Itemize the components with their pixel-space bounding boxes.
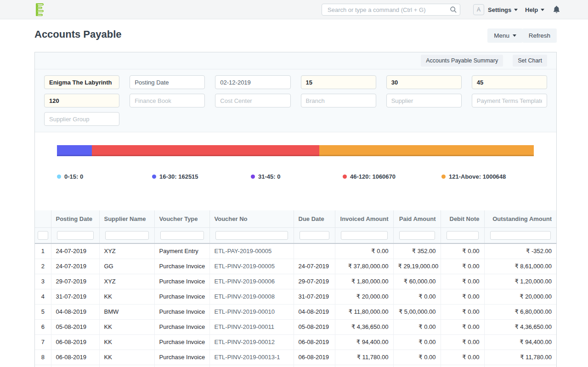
cell-supplier-name: BMW xyxy=(99,304,154,319)
cell-outstanding-amount: ₹ 11,780.00 xyxy=(484,350,556,365)
cell-debit-note: ₹ 0.00 xyxy=(441,289,484,304)
chevron-down-icon xyxy=(513,34,516,37)
ageing-range1-filter[interactable] xyxy=(301,75,376,89)
finance-book-filter[interactable] xyxy=(130,94,205,107)
user-avatar[interactable]: A xyxy=(473,4,484,15)
column-filter-input-paid-amount[interactable] xyxy=(399,231,435,240)
erpnext-logo-icon[interactable] xyxy=(36,3,48,16)
cell-voucher-type: Purchase Invoice xyxy=(154,304,209,319)
legend-label: 46-120: 1060670 xyxy=(350,173,396,180)
supplier-group-filter[interactable] xyxy=(44,112,119,126)
cell-supplier-name: GG xyxy=(99,259,154,274)
column-header-paid-amount[interactable]: Paid Amount xyxy=(393,210,441,227)
ageing-range4-filter[interactable] xyxy=(44,94,119,107)
cell-supplier-name: XYZ xyxy=(99,274,154,289)
company-filter[interactable] xyxy=(44,75,119,89)
notifications-bell-icon[interactable] xyxy=(553,6,560,15)
column-header-voucher-no[interactable]: Voucher No xyxy=(209,210,294,227)
cell-voucher-no[interactable]: ETL-PAY-2019-00005 xyxy=(209,243,294,259)
column-filter-input-debit-note[interactable] xyxy=(447,231,479,240)
column-header-due-date[interactable]: Due Date xyxy=(294,210,335,227)
settings-label: Settings xyxy=(488,6,511,13)
cell-posting-date: 04-08-2019 xyxy=(51,304,99,319)
column-header-posting-date[interactable]: Posting Date xyxy=(51,210,99,227)
cell-paid-amount: ₹ 0.00 xyxy=(393,319,441,334)
chart-segment-16-30 xyxy=(57,145,92,156)
cell-row-index: 7 xyxy=(35,334,51,350)
ageing-range3-filter[interactable] xyxy=(472,75,547,89)
cell-invoiced-amount: ₹ 11,80,000.00 xyxy=(335,304,393,319)
column-header-voucher-type[interactable]: Voucher Type xyxy=(154,210,209,227)
cell-voucher-no[interactable]: ETL-PINV-2019-00013-1 xyxy=(209,350,294,365)
column-filter-input-due-date[interactable] xyxy=(300,231,329,240)
accounts-payable-summary-button[interactable]: Accounts Payable Summary xyxy=(421,55,503,67)
refresh-button[interactable]: Refresh xyxy=(522,28,557,43)
column-filter-input-supplier-name[interactable] xyxy=(105,231,149,240)
column-header-debit-note[interactable]: Debit Note xyxy=(441,210,484,227)
cell-voucher-no[interactable]: ETL-PINV-2019-00010 xyxy=(209,304,294,319)
cell-outstanding-amount: ₹ 1,20,000.00 xyxy=(484,274,556,289)
report-actions-strip: Accounts Payable Summary Set Chart xyxy=(35,52,556,69)
branch-filter[interactable] xyxy=(301,94,376,107)
payment-terms-template-filter[interactable] xyxy=(472,94,547,107)
column-filter-input-row-index[interactable] xyxy=(38,231,48,240)
cell-outstanding-amount: ₹ 6,80,000.00 xyxy=(484,304,556,319)
cell-row-index: 3 xyxy=(35,274,51,289)
legend-dot-icon xyxy=(152,175,156,179)
search-icon[interactable] xyxy=(450,6,457,15)
column-header-row-index[interactable] xyxy=(35,210,51,227)
cell-voucher-type: Purchase Invoice xyxy=(154,274,209,289)
cell-due-date: 04-08-2019 xyxy=(294,304,335,319)
column-header-outstanding-amount[interactable]: Outstanding Amount xyxy=(484,210,556,227)
cell-invoiced-amount: ₹ 0.00 xyxy=(335,243,393,259)
cell-posting-date: 06-08-2019 xyxy=(51,350,99,365)
column-filter-input-outstanding-amount[interactable] xyxy=(490,231,551,240)
column-filter-input-voucher-type[interactable] xyxy=(160,231,204,240)
legend-label: 121-Above: 1000648 xyxy=(449,173,506,180)
cell-paid-amount: ₹ 29,19,000.00 xyxy=(393,259,441,274)
ageing-range2-filter[interactable] xyxy=(386,75,462,89)
table-row: 706-08-2019KKPurchase InvoiceETL-PINV-20… xyxy=(35,334,556,350)
help-menu[interactable]: Help xyxy=(525,6,544,13)
cell-invoiced-amount: ₹ 20,000.00 xyxy=(335,289,393,304)
table-row: 329-07-2019XYZPurchase InvoiceETL-PINV-2… xyxy=(35,274,556,289)
column-filter-cell-voucher-type xyxy=(154,227,209,243)
date-filter[interactable] xyxy=(215,75,290,89)
cell-voucher-type: Purchase Invoice xyxy=(154,259,209,274)
cell-voucher-no[interactable]: ETL-PINV-2019-00012 xyxy=(209,334,294,350)
cell-debit-note: ₹ 0.00 xyxy=(441,319,484,334)
column-filter-input-invoiced-amount[interactable] xyxy=(341,231,388,240)
column-filter-cell-supplier-name xyxy=(99,227,154,243)
column-filter-input-voucher-no[interactable] xyxy=(215,231,288,240)
column-header-invoiced-amount[interactable]: Invoiced Amount xyxy=(335,210,393,227)
search-input[interactable] xyxy=(322,4,460,16)
cell-debit-note: ₹ 0.00 xyxy=(441,274,484,289)
cell-voucher-type: Purchase Invoice xyxy=(154,350,209,365)
table-column-filter-row xyxy=(35,227,556,243)
column-filter-input-posting-date[interactable] xyxy=(57,231,94,240)
cell-supplier-name: KK xyxy=(99,350,154,365)
menu-button[interactable]: Menu xyxy=(487,28,523,43)
cell-due-date: 06-08-2019 xyxy=(294,350,335,365)
cell-voucher-type: Purchase Invoice xyxy=(154,319,209,334)
cell-invoiced-amount: ₹ 11,780.00 xyxy=(335,350,393,365)
cell-voucher-no[interactable]: ETL-PINV-2019-00005 xyxy=(209,259,294,274)
report-table: Posting DateSupplier NameVoucher TypeVou… xyxy=(35,210,556,367)
supplier-filter[interactable] xyxy=(386,94,462,107)
cell-voucher-no[interactable]: ETL-PINV-2019-00006 xyxy=(209,274,294,289)
date-type-filter[interactable] xyxy=(130,75,205,89)
legend-dot-icon xyxy=(343,175,347,179)
table-row: 806-08-2019KKPurchase InvoiceETL-PINV-20… xyxy=(35,350,556,365)
legend-item: 0-15: 0 xyxy=(57,173,83,180)
cell-row-index: 8 xyxy=(35,350,51,365)
cost-center-filter[interactable] xyxy=(215,94,290,107)
set-chart-button[interactable]: Set Chart xyxy=(513,55,547,67)
cell-voucher-type: Purchase Invoice xyxy=(154,289,209,304)
cell-posting-date: 06-08-2019 xyxy=(51,334,99,350)
cell-row-index: 5 xyxy=(35,304,51,319)
column-header-supplier-name[interactable]: Supplier Name xyxy=(99,210,154,227)
settings-menu[interactable]: Settings xyxy=(488,6,518,13)
cell-voucher-no[interactable]: ETL-PINV-2019-00008 xyxy=(209,289,294,304)
cell-voucher-no[interactable]: ETL-PINV-2019-00011 xyxy=(209,319,294,334)
cell-outstanding-amount: ₹ 8,61,000.00 xyxy=(484,259,556,274)
